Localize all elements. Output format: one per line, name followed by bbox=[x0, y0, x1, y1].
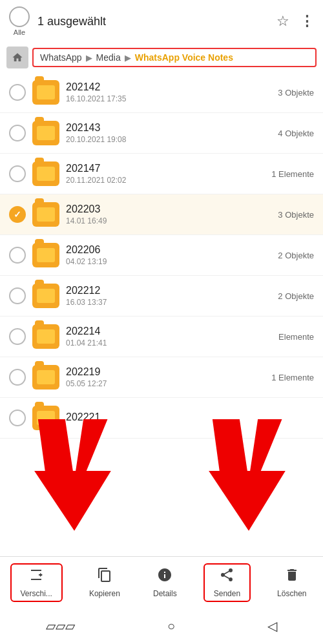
top-bar-icons: ☆ ⋮ bbox=[276, 13, 314, 30]
breadcrumb-arrow1: ▶ bbox=[86, 53, 92, 63]
folder-checkbox[interactable] bbox=[9, 369, 26, 386]
folder-info: 202221 bbox=[66, 411, 307, 424]
list-item[interactable]: 20221905.05 12:271 Elemente bbox=[0, 357, 323, 398]
loeschen-icon bbox=[284, 567, 300, 587]
list-item[interactable]: 20220604.02 13:192 Objekte bbox=[0, 235, 323, 276]
details-label: Details bbox=[153, 589, 177, 598]
folder-name: 202142 bbox=[66, 81, 271, 93]
folder-count: 4 Objekte bbox=[278, 129, 314, 138]
folder-name: 202203 bbox=[66, 203, 271, 215]
folder-icon bbox=[32, 324, 59, 349]
folder-count: 3 Objekte bbox=[278, 88, 314, 98]
folder-info: 20221216.03 13:37 bbox=[66, 285, 271, 307]
senden-button[interactable]: Senden bbox=[203, 563, 251, 602]
folder-date: 01.04 21:41 bbox=[66, 338, 272, 348]
folder-info: 20214720.11.2021 02:02 bbox=[66, 163, 265, 185]
selection-title: 1 ausgewählt bbox=[37, 15, 269, 28]
folder-date: 20.11.2021 02:02 bbox=[66, 176, 265, 185]
folder-icon bbox=[32, 202, 59, 227]
folder-name: 202219 bbox=[66, 366, 265, 378]
folder-info: 20221401.04 21:41 bbox=[66, 326, 272, 348]
folder-count: 2 Objekte bbox=[278, 251, 314, 260]
list-item[interactable]: 20214720.11.2021 02:021 Elemente bbox=[0, 154, 323, 194]
folder-info: 20214216.10.2021 17:35 bbox=[66, 81, 271, 103]
folder-date: 20.10.2021 19:08 bbox=[66, 135, 271, 144]
folder-date: 14.01 16:49 bbox=[66, 216, 271, 225]
folder-name: 202221 bbox=[66, 411, 307, 423]
verschieben-label: Verschi... bbox=[21, 589, 52, 598]
select-all-checkbox[interactable] bbox=[9, 6, 30, 27]
kopieren-icon bbox=[97, 567, 112, 587]
home-icon[interactable] bbox=[6, 47, 28, 68]
folder-info: 20214320.10.2021 19:08 bbox=[66, 122, 271, 144]
kopieren-button[interactable]: Kopieren bbox=[83, 563, 127, 602]
list-item[interactable]: 20220314.01 16:493 Objekte bbox=[0, 194, 323, 235]
folder-checkbox[interactable] bbox=[9, 247, 26, 264]
folder-count: Elemente bbox=[278, 332, 314, 342]
breadcrumb-wrapper: WhatsApp ▶ Media ▶ WhatsApp Voice Notes bbox=[0, 43, 323, 72]
details-icon bbox=[157, 567, 172, 587]
bottom-action-bar: Verschi...KopierenDetailsSendenLöschen bbox=[0, 556, 323, 608]
folder-date: 04.02 13:19 bbox=[66, 257, 271, 266]
breadcrumb-arrow2: ▶ bbox=[125, 53, 131, 63]
loeschen-button[interactable]: Löschen bbox=[271, 563, 313, 602]
folder-date: 16.10.2021 17:35 bbox=[66, 94, 271, 103]
system-nav: ▱▱▱ ○ ◁ bbox=[0, 608, 323, 644]
list-item[interactable]: 202221 bbox=[0, 398, 323, 439]
back-button[interactable]: ◁ bbox=[267, 618, 277, 634]
loeschen-label: Löschen bbox=[277, 589, 306, 598]
senden-icon bbox=[219, 567, 234, 587]
recent-apps-button[interactable]: ▱▱▱ bbox=[46, 618, 75, 634]
folder-icon bbox=[32, 284, 59, 308]
list-item[interactable]: 20221216.03 13:372 Objekte bbox=[0, 276, 323, 317]
folder-checkbox[interactable] bbox=[9, 410, 26, 426]
breadcrumb-part2: Media bbox=[96, 52, 121, 63]
folder-name: 202214 bbox=[66, 326, 272, 337]
folder-count: 3 Objekte bbox=[278, 210, 314, 220]
folder-list: 20214216.10.2021 17:353 Objekte20214320.… bbox=[0, 72, 323, 559]
home-button[interactable]: ○ bbox=[167, 619, 175, 634]
alle-label: Alle bbox=[14, 28, 25, 36]
folder-info: 20220314.01 16:49 bbox=[66, 203, 271, 225]
senden-label: Senden bbox=[214, 589, 240, 598]
folder-count: 2 Objekte bbox=[278, 291, 314, 301]
folder-icon bbox=[32, 80, 59, 105]
folder-icon bbox=[32, 121, 59, 145]
folder-checkbox[interactable] bbox=[9, 206, 26, 223]
list-item[interactable]: 20221401.04 21:41Elemente bbox=[0, 317, 323, 357]
folder-date: 16.03 13:37 bbox=[66, 298, 271, 307]
folder-date: 05.05 12:27 bbox=[66, 379, 265, 388]
folder-checkbox[interactable] bbox=[9, 125, 26, 141]
folder-icon bbox=[32, 406, 59, 430]
folder-checkbox[interactable] bbox=[9, 287, 26, 304]
folder-name: 202147 bbox=[66, 163, 265, 174]
kopieren-label: Kopieren bbox=[89, 589, 120, 598]
folder-info: 20220604.02 13:19 bbox=[66, 244, 271, 266]
folder-name: 202143 bbox=[66, 122, 271, 134]
top-bar: Alle 1 ausgewählt ☆ ⋮ bbox=[0, 0, 323, 43]
folder-checkbox[interactable] bbox=[9, 84, 26, 101]
folder-count: 1 Elemente bbox=[271, 169, 314, 179]
breadcrumb-active: WhatsApp Voice Notes bbox=[135, 52, 233, 63]
folder-count: 1 Elemente bbox=[271, 373, 314, 382]
list-item[interactable]: 20214216.10.2021 17:353 Objekte bbox=[0, 72, 323, 113]
star-icon[interactable]: ☆ bbox=[276, 13, 289, 30]
verschieben-icon bbox=[28, 567, 44, 587]
list-item[interactable]: 20214320.10.2021 19:084 Objekte bbox=[0, 113, 323, 154]
folder-icon bbox=[32, 161, 59, 186]
details-button[interactable]: Details bbox=[147, 563, 183, 602]
folder-name: 202212 bbox=[66, 285, 271, 296]
breadcrumb-part1: WhatsApp bbox=[40, 52, 82, 63]
folder-checkbox[interactable] bbox=[9, 165, 26, 182]
verschieben-button[interactable]: Verschi... bbox=[10, 563, 63, 602]
folder-info: 20221905.05 12:27 bbox=[66, 366, 265, 388]
breadcrumb[interactable]: WhatsApp ▶ Media ▶ WhatsApp Voice Notes bbox=[32, 48, 317, 67]
folder-icon bbox=[32, 365, 59, 390]
more-options-icon[interactable]: ⋮ bbox=[300, 13, 314, 30]
folder-name: 202206 bbox=[66, 244, 271, 256]
folder-icon bbox=[32, 243, 59, 267]
folder-checkbox[interactable] bbox=[9, 328, 26, 345]
